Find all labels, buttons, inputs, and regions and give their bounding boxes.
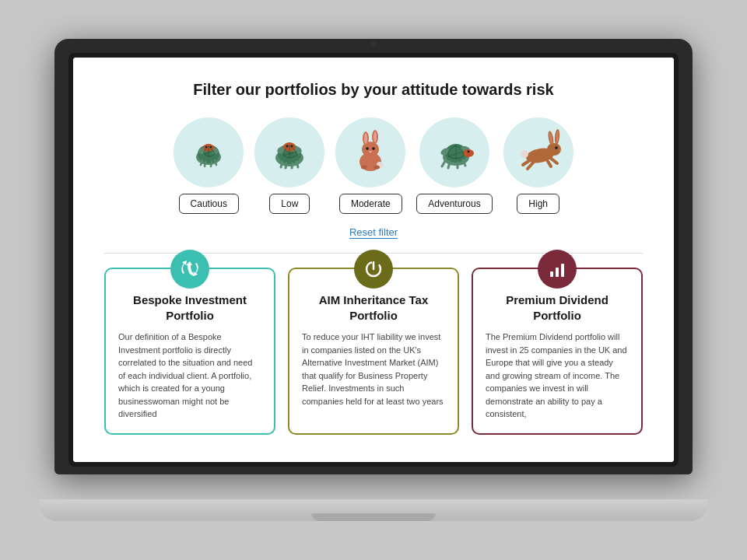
low-animal-icon <box>263 126 316 179</box>
bespoke-icon-circle <box>170 250 209 289</box>
svg-line-20 <box>281 162 282 167</box>
adventurous-animal-icon <box>428 126 481 179</box>
recycle-icon <box>180 259 200 279</box>
power-icon <box>363 259 384 279</box>
svg-line-21 <box>286 163 286 168</box>
portfolio-cards: Bespoke Investment Portfolio Our definit… <box>104 268 643 435</box>
bespoke-card-desc: Our definition of a Bespoke Investment p… <box>118 331 261 421</box>
svg-point-33 <box>366 147 369 150</box>
animal-circle-cautious <box>174 117 244 187</box>
premium-icon-circle <box>538 250 577 289</box>
laptop-body: Filter our portfolios by your attitude t… <box>54 39 693 474</box>
svg-point-32 <box>374 131 377 142</box>
animal-circle-high <box>503 117 573 187</box>
risk-filter-group: Cautious <box>104 117 643 214</box>
aim-card-desc: To reduce your IHT liability we invest i… <box>302 331 445 408</box>
svg-point-37 <box>361 166 367 170</box>
svg-line-8 <box>205 162 205 166</box>
moderate-animal-icon <box>344 126 397 179</box>
svg-point-58 <box>559 149 561 151</box>
svg-point-52 <box>547 143 561 156</box>
laptop-wrapper: Filter our portfolios by your attitude t… <box>54 39 693 521</box>
svg-rect-68 <box>561 264 564 277</box>
svg-line-46 <box>448 163 450 168</box>
svg-rect-67 <box>556 268 559 277</box>
svg-point-30 <box>364 133 367 144</box>
svg-line-62 <box>549 157 557 163</box>
svg-point-63 <box>521 150 528 158</box>
aim-card-title: AIM Inheritance Tax Portfolio <box>302 292 445 323</box>
svg-point-38 <box>374 166 380 170</box>
reset-filter-link[interactable]: Reset filter <box>349 226 398 239</box>
risk-item-high: High <box>503 117 573 214</box>
animal-circle-moderate <box>335 117 405 187</box>
risk-button-moderate[interactable]: Moderate <box>339 194 402 214</box>
bespoke-card-title: Bespoke Investment Portfolio <box>118 292 261 323</box>
portfolio-card-bespoke: Bespoke Investment Portfolio Our definit… <box>104 268 275 435</box>
risk-item-adventurous: Adventurous <box>416 117 492 214</box>
premium-card-desc: The Premium Dividend portfolio will inve… <box>486 331 629 421</box>
camera-dot <box>371 42 376 47</box>
svg-point-43 <box>463 149 474 157</box>
risk-item-cautious: Cautious <box>174 117 244 214</box>
portfolio-card-aim: AIM Inheritance Tax Portfolio To reduce … <box>288 268 459 435</box>
svg-point-57 <box>555 146 558 149</box>
svg-rect-66 <box>550 271 553 277</box>
svg-line-61 <box>546 159 551 166</box>
chart-icon <box>547 259 567 279</box>
premium-card-title: Premium Dividend Portfolio <box>486 292 629 323</box>
cautious-animal-icon <box>182 126 235 179</box>
screen-bezel: Filter our portfolios by your attitude t… <box>68 53 679 467</box>
laptop-base <box>39 499 708 521</box>
high-animal-icon <box>512 126 565 179</box>
svg-point-34 <box>372 147 375 150</box>
reset-filter-container: Reset filter <box>104 225 643 239</box>
risk-button-adventurous[interactable]: Adventurous <box>416 194 492 214</box>
page-title: Filter our portfolios by your attitude t… <box>104 81 643 99</box>
svg-line-9 <box>211 162 212 166</box>
risk-button-cautious[interactable]: Cautious <box>179 194 239 214</box>
svg-line-23 <box>296 162 298 167</box>
screen-content: Filter our portfolios by your attitude t… <box>73 58 674 462</box>
risk-item-moderate: Moderate <box>335 117 405 214</box>
animal-circle-low <box>254 117 324 187</box>
screen: Filter our portfolios by your attitude t… <box>73 58 674 462</box>
svg-line-22 <box>292 163 293 168</box>
risk-button-high[interactable]: High <box>517 194 559 214</box>
svg-line-45 <box>442 161 445 166</box>
risk-button-low[interactable]: Low <box>269 194 310 214</box>
aim-icon-circle <box>354 250 393 289</box>
animal-circle-adventurous <box>419 117 489 187</box>
svg-point-35 <box>369 151 372 152</box>
risk-item-low: Low <box>254 117 324 214</box>
portfolio-card-premium: Premium Dividend Portfolio The Premium D… <box>472 268 643 435</box>
svg-point-44 <box>468 151 470 153</box>
